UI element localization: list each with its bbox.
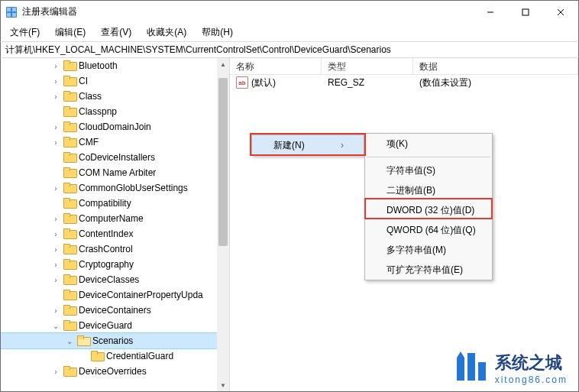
tree-node[interactable]: Compatibility — [1, 196, 217, 211]
tree-node[interactable]: DeviceContainerPropertyUpda — [1, 287, 217, 303]
tree-node[interactable]: ›CI — [1, 73, 217, 89]
tree-node[interactable]: ›Bluetooth — [1, 58, 217, 73]
tree-node[interactable]: ›DeviceContainers — [1, 303, 217, 318]
tree-node[interactable]: CoDeviceInstallers — [1, 150, 217, 165]
menu-bar: 文件(F) 编辑(E) 查看(V) 收藏夹(A) 帮助(H) — [0, 23, 579, 41]
tree-pane: ›Bluetooth›CI›ClassClasspnp›CloudDomainJ… — [1, 58, 230, 391]
tree-node[interactable]: CredentialGuard — [1, 348, 217, 364]
folder-icon — [63, 320, 76, 331]
tree-node[interactable]: ›DeviceClasses — [1, 272, 217, 287]
column-type[interactable]: 类型 — [322, 58, 413, 74]
chevron-right-icon[interactable]: › — [51, 184, 60, 193]
context-menu: 新建(N) › — [251, 134, 364, 156]
chevron-right-icon[interactable]: › — [51, 92, 60, 101]
folder-icon — [63, 76, 76, 86]
tree-node[interactable]: ›CommonGlobUserSettings — [1, 180, 217, 196]
submenu-multi-label: 多字符串值(M) — [387, 244, 446, 257]
chevron-right-icon[interactable]: › — [51, 368, 60, 376]
window-title: 注册表编辑器 — [22, 5, 473, 18]
submenu-expand-label: 可扩充字符串值(E) — [387, 264, 463, 277]
submenu-dword[interactable]: DWORD (32 位)值(D) — [365, 200, 492, 220]
tree-node[interactable]: ›DeviceOverrides — [1, 364, 217, 379]
submenu-separator — [367, 157, 490, 157]
tree-node[interactable]: ›ContentIndex — [1, 226, 217, 241]
tree-node[interactable]: ›CrashControl — [1, 241, 217, 257]
chevron-right-icon[interactable]: › — [51, 215, 60, 223]
menu-view[interactable]: 查看(V) — [95, 24, 137, 40]
submenu-multi[interactable]: 多字符串值(M) — [365, 240, 492, 260]
minimize-button[interactable] — [473, 1, 508, 23]
tree-node[interactable]: ⌄DeviceGuard — [1, 318, 217, 333]
tree-node-label: Cryptography — [79, 259, 134, 270]
value-data: (数值未设置) — [413, 76, 578, 89]
submenu-qword[interactable]: QWORD (64 位)值(Q) — [365, 220, 492, 240]
tree-node-label: COM Name Arbiter — [79, 167, 156, 178]
menu-help[interactable]: 帮助(H) — [196, 24, 239, 40]
maximize-button[interactable] — [508, 1, 543, 23]
chevron-right-icon[interactable]: › — [51, 245, 60, 254]
chevron-down-icon[interactable]: ⌄ — [51, 322, 60, 330]
watermark-title: 系统之城 — [495, 352, 568, 374]
folder-icon — [63, 213, 76, 224]
value-row[interactable]: ab (默认) REG_SZ (数值未设置) — [230, 75, 578, 90]
close-button[interactable] — [543, 1, 578, 23]
folder-icon — [63, 228, 76, 239]
values-header: 名称 类型 数据 — [230, 58, 578, 75]
tree-node-label: DeviceGuard — [79, 320, 132, 331]
scroll-down-button[interactable]: ▼ — [217, 379, 229, 391]
tree-node[interactable]: ›Cryptography — [1, 257, 217, 272]
svg-marker-12 — [457, 352, 464, 358]
tree-node-label: CoDeviceInstallers — [79, 152, 155, 163]
tree-node[interactable]: ›ComputerName — [1, 211, 217, 226]
svg-rect-2 — [12, 8, 16, 11]
scroll-track[interactable] — [217, 70, 229, 379]
chevron-right-icon[interactable]: › — [51, 276, 60, 284]
scroll-thumb[interactable] — [218, 78, 228, 246]
chevron-right-icon[interactable]: › — [51, 62, 60, 70]
svg-rect-11 — [478, 362, 486, 381]
tree-node[interactable]: ›Class — [1, 89, 217, 104]
submenu-string[interactable]: 字符串值(S) — [365, 160, 492, 180]
main-area: ›Bluetooth›CI›ClassClasspnp›CloudDomainJ… — [0, 58, 579, 392]
values-body[interactable]: ab (默认) REG_SZ (数值未设置) — [230, 75, 578, 90]
submenu-binary[interactable]: 二进制值(B) — [365, 180, 492, 200]
folder-icon — [77, 335, 89, 346]
submenu-key[interactable]: 项(K) — [365, 134, 492, 154]
submenu-binary-label: 二进制值(B) — [387, 184, 435, 197]
registry-tree[interactable]: ›Bluetooth›CI›ClassClasspnp›CloudDomainJ… — [1, 58, 217, 379]
folder-icon — [63, 366, 76, 377]
tree-node-label: Class — [79, 91, 102, 102]
tree-node-label: Compatibility — [79, 198, 131, 209]
tree-node[interactable]: COM Name Arbiter — [1, 165, 217, 180]
chevron-right-icon[interactable]: › — [51, 230, 60, 238]
chevron-right-icon[interactable]: › — [51, 77, 60, 86]
tree-node-label: Scenarios — [92, 335, 133, 346]
chevron-right-icon[interactable]: › — [51, 138, 60, 147]
chevron-right-icon[interactable]: › — [51, 123, 60, 131]
column-name[interactable]: 名称 — [230, 58, 322, 74]
column-data[interactable]: 数据 — [413, 58, 578, 74]
tree-node[interactable]: Classpnp — [1, 104, 217, 119]
chevron-right-icon[interactable]: › — [51, 306, 60, 315]
submenu-expand[interactable]: 可扩充字符串值(E) — [365, 260, 492, 280]
menu-edit[interactable]: 编辑(E) — [49, 24, 92, 40]
tree-node-label: CrashControl — [79, 244, 133, 254]
tree-node[interactable]: ⌄Scenarios — [1, 333, 217, 348]
chevron-right-icon[interactable]: › — [51, 261, 60, 269]
svg-rect-10 — [467, 353, 475, 381]
string-value-icon: ab — [236, 76, 248, 89]
chevron-down-icon[interactable]: ⌄ — [65, 337, 74, 345]
tree-node-label: DeviceOverrides — [79, 366, 147, 377]
tree-scrollbar[interactable]: ▲ ▼ — [217, 58, 229, 391]
tree-node[interactable]: ›CloudDomainJoin — [1, 119, 217, 134]
scroll-up-button[interactable]: ▲ — [217, 58, 229, 70]
tree-node[interactable]: ›CMF — [1, 134, 217, 150]
menu-file[interactable]: 文件(F) — [4, 24, 46, 40]
address-bar[interactable]: 计算机\HKEY_LOCAL_MACHINE\SYSTEM\CurrentCon… — [0, 41, 579, 58]
folder-icon — [63, 244, 76, 254]
folder-icon — [63, 198, 76, 209]
menu-favorites[interactable]: 收藏夹(A) — [141, 24, 192, 40]
title-bar: 注册表编辑器 — [0, 0, 579, 23]
tree-node-label: ContentIndex — [79, 228, 133, 239]
context-new[interactable]: 新建(N) › — [252, 135, 364, 155]
